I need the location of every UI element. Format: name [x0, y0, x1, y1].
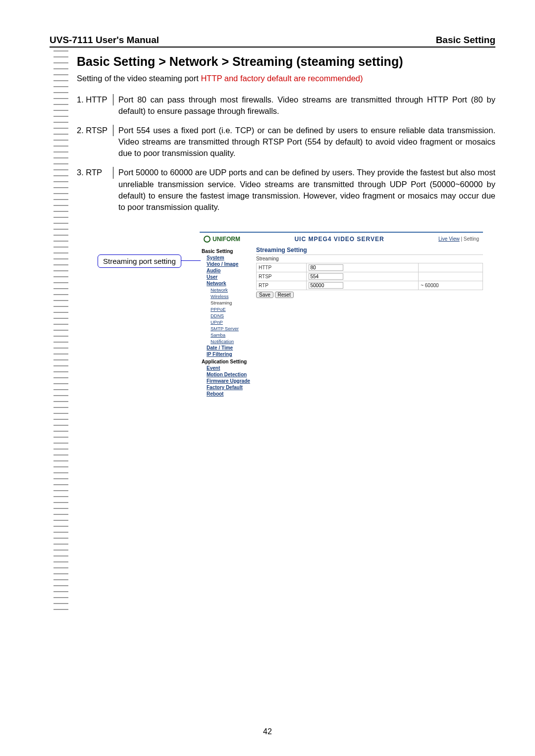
live-view-link[interactable]: Live View	[438, 236, 460, 242]
subtitle-red: HTTP and factory default are recommended…	[201, 74, 363, 83]
header-left: UVS-7111 User's Manual	[50, 35, 159, 46]
streaming-ports-table: HTTP RTSP RTP ~ 60000	[256, 263, 483, 290]
definition-label: 2. RTSP	[77, 125, 113, 136]
sidebar-item-video-image[interactable]: Video / Image	[207, 261, 254, 267]
rtsp-port-input[interactable]	[309, 273, 343, 280]
rtp-port-start-input[interactable]	[309, 282, 343, 289]
row-label: RTP	[257, 281, 307, 290]
sidebar-item-user[interactable]: User	[207, 274, 254, 280]
sidebar-sub-network[interactable]: Network	[211, 287, 254, 293]
server-title: UIC MPEG4 VIDEO SERVER	[294, 236, 384, 243]
table-row: RTSP	[257, 272, 483, 281]
sidebar-sub-smtp[interactable]: SMTP Server	[211, 326, 254, 331]
definition-text: Port 80 can pass through most firewalls.…	[113, 94, 495, 117]
row-label: HTTP	[257, 263, 307, 272]
sidebar-item-system[interactable]: System	[207, 255, 254, 260]
sidebar-group-application: Application Setting	[202, 359, 254, 364]
save-button[interactable]: Save	[256, 292, 273, 298]
decorative-side-stripes	[54, 50, 68, 610]
row-extra	[419, 263, 483, 272]
sidebar-item-factory-default[interactable]: Factory Default	[207, 385, 254, 390]
sidebar-item-datetime[interactable]: Date / Time	[207, 345, 254, 351]
sidebar-sub-streaming[interactable]: Streaming	[211, 300, 254, 305]
sidebar-item-motion[interactable]: Motion Detection	[207, 372, 254, 377]
definition-label: 1. HTTP	[77, 94, 113, 105]
figure-area: Streaming port setting UNIFORM UIC MPEG4…	[77, 232, 495, 398]
sidebar-sub-notification[interactable]: Notification	[211, 339, 254, 344]
panel-title: Streaming Setting	[256, 247, 483, 253]
sidebar-sub-samba[interactable]: Samba	[211, 332, 254, 338]
sidebar-item-firmware[interactable]: Firmware Upgrade	[207, 378, 254, 384]
app-window: UNIFORM UIC MPEG4 VIDEO SERVER Live View…	[200, 232, 483, 398]
top-links: Live View | Setting	[438, 236, 479, 242]
sidebar-item-network[interactable]: Network	[207, 281, 254, 286]
definition-row: 3. RTP Port 50000 to 60000 are UDP ports…	[77, 167, 495, 212]
row-extra	[419, 272, 483, 281]
subtitle: Setting of the video steaming port HTTP …	[77, 74, 495, 83]
callout-label: Streaming port setting	[98, 254, 181, 268]
definition-row: 2. RTSP Port 554 uses a fixed port (i.e.…	[77, 125, 495, 159]
row-label: RTSP	[257, 272, 307, 281]
panel-subtitle: Streaming	[256, 254, 483, 261]
sidebar-item-reboot[interactable]: Reboot	[207, 391, 254, 397]
table-row: HTTP	[257, 263, 483, 272]
definition-text: Port 50000 to 60000 are UDP ports and ca…	[113, 167, 495, 212]
http-port-input[interactable]	[309, 264, 343, 271]
button-row: Save Reset	[256, 292, 483, 298]
sidebar-group-basic: Basic Setting	[202, 249, 254, 254]
sidebar-item-ipfiltering[interactable]: IP Filtering	[207, 352, 254, 357]
subtitle-black: Setting of the video steaming port	[77, 74, 201, 83]
sidebar-sub-pppoe[interactable]: PPPoE	[211, 306, 254, 312]
sidebar-sub-ddns[interactable]: DDNS	[211, 313, 254, 318]
brand-icon	[204, 236, 211, 243]
page-number: 42	[0, 727, 535, 736]
setting-link[interactable]: Setting	[464, 236, 479, 242]
reset-button[interactable]: Reset	[275, 292, 294, 298]
breadcrumb-title: Basic Setting > Network > Streaming (ste…	[77, 54, 495, 69]
app-body: Basic Setting System Video / Image Audio…	[200, 247, 483, 398]
main-panel: Streaming Setting Streaming HTTP RTSP	[254, 247, 483, 398]
sidebar-sub-upnp[interactable]: UPnP	[211, 319, 254, 325]
brand-text: UNIFORM	[213, 236, 240, 243]
sidebar-sub-wireless[interactable]: Wireless	[211, 294, 254, 299]
definition-row: 1. HTTP Port 80 can pass through most fi…	[77, 94, 495, 117]
rtp-port-end: ~ 60000	[421, 283, 438, 288]
header-right: Basic Setting	[436, 35, 495, 46]
brand: UNIFORM	[204, 236, 240, 243]
page-header: UVS-7111 User's Manual Basic Setting	[50, 35, 495, 48]
sidebar-item-audio[interactable]: Audio	[207, 268, 254, 273]
sidebar: Basic Setting System Video / Image Audio…	[200, 247, 254, 398]
page-content: Basic Setting > Network > Streaming (ste…	[77, 54, 495, 398]
app-topbar: UNIFORM UIC MPEG4 VIDEO SERVER Live View…	[200, 233, 483, 247]
definition-text: Port 554 uses a fixed port (i.e. TCP) or…	[113, 125, 495, 159]
table-row: RTP ~ 60000	[257, 281, 483, 290]
link-separator: |	[460, 236, 464, 242]
sidebar-item-event[interactable]: Event	[207, 365, 254, 371]
definition-label: 3. RTP	[77, 167, 113, 178]
